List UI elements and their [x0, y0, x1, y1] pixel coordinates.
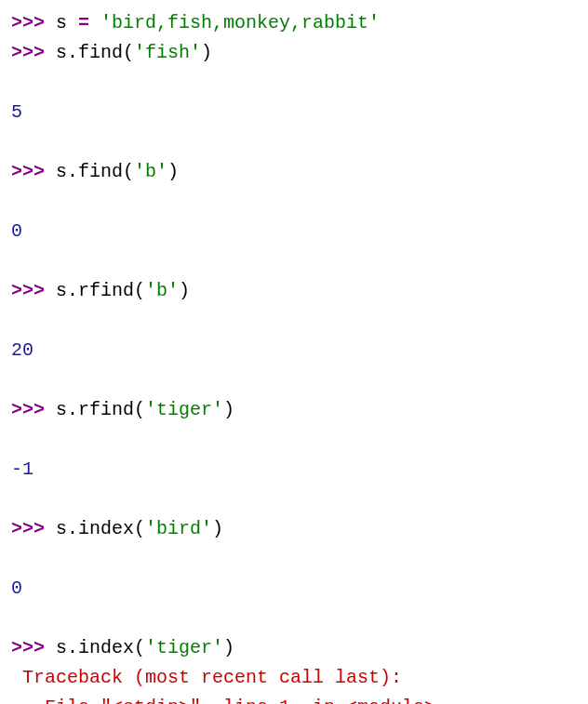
prompt: >>> — [11, 12, 56, 33]
paren-close: ) — [223, 399, 234, 420]
code-line-rfind-tiger: >>> s.rfind('tiger') — [11, 396, 577, 424]
variable: s — [56, 280, 67, 301]
variable: s — [56, 12, 78, 33]
string-literal: 'b' — [134, 161, 167, 182]
output-value: 20 — [11, 337, 577, 365]
output-value: 0 — [11, 218, 577, 246]
paren-close: ) — [223, 637, 234, 658]
variable: s — [56, 518, 67, 539]
method-call: .rfind( — [67, 399, 145, 420]
variable: s — [56, 42, 67, 63]
prompt: >>> — [11, 280, 56, 301]
prompt: >>> — [11, 161, 56, 182]
paren-close: ) — [201, 42, 212, 63]
traceback-line: Traceback (most recent call last): — [11, 664, 577, 692]
variable: s — [56, 399, 67, 420]
string-literal: 'b' — [145, 280, 179, 301]
blank-line — [11, 128, 577, 156]
prompt: >>> — [11, 637, 56, 658]
method-call: .find( — [67, 42, 134, 63]
blank-line — [11, 545, 577, 573]
operator: = — [78, 12, 100, 33]
code-line-find-fish: >>> s.find('fish') — [11, 39, 577, 67]
output-value: 0 — [11, 575, 577, 603]
prompt: >>> — [11, 518, 56, 539]
blank-line — [11, 69, 577, 97]
paren-close: ) — [167, 161, 179, 182]
blank-line — [11, 247, 577, 275]
method-call: .index( — [67, 637, 145, 658]
blank-line — [11, 366, 577, 394]
string-literal: 'tiger' — [145, 399, 223, 420]
string-literal: 'bird,fish,monkey,rabbit' — [100, 12, 380, 33]
blank-line — [11, 307, 577, 335]
string-literal: 'tiger' — [145, 637, 223, 658]
prompt: >>> — [11, 399, 56, 420]
blank-line — [11, 188, 577, 216]
code-line-find-b: >>> s.find('b') — [11, 158, 577, 186]
string-literal: 'fish' — [134, 42, 201, 63]
code-line-index-bird: >>> s.index('bird') — [11, 515, 577, 543]
output-value: -1 — [11, 456, 577, 484]
variable: s — [56, 161, 67, 182]
blank-line — [11, 485, 577, 513]
variable: s — [56, 637, 67, 658]
prompt: >>> — [11, 42, 56, 63]
code-line-index-tiger: >>> s.index('tiger') — [11, 634, 577, 662]
paren-close: ) — [179, 280, 190, 301]
code-line-rfind-b: >>> s.rfind('b') — [11, 277, 577, 305]
string-literal: 'bird' — [145, 518, 212, 539]
blank-line — [11, 604, 577, 632]
method-call: .find( — [67, 161, 134, 182]
code-line-assignment: >>> s = 'bird,fish,monkey,rabbit' — [11, 9, 577, 37]
blank-line — [11, 426, 577, 454]
traceback-line: File "<stdin>", line 1, in <module> — [11, 694, 577, 704]
method-call: .index( — [67, 518, 145, 539]
output-value: 5 — [11, 99, 577, 126]
paren-close: ) — [212, 518, 223, 539]
method-call: .rfind( — [67, 280, 145, 301]
